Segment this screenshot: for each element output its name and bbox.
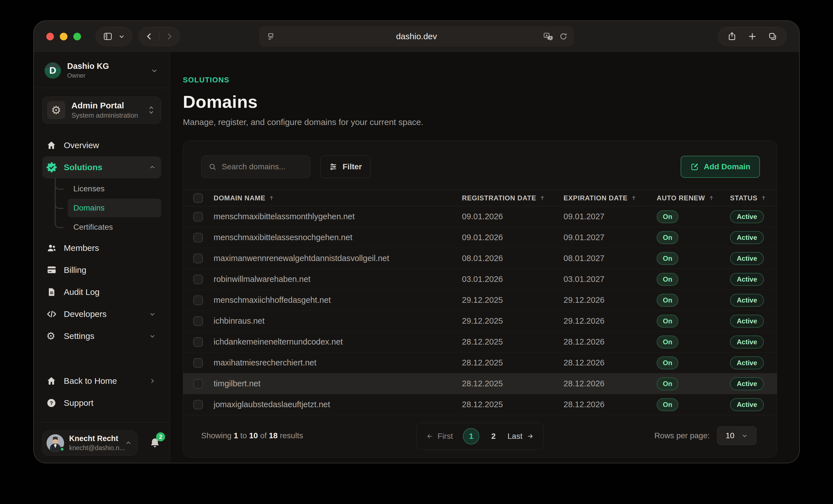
close-window-button[interactable] <box>46 33 54 40</box>
sidebar-subitem-domains[interactable]: Domains <box>55 199 161 217</box>
table-row[interactable]: robinwillmalwarehaben.net 03.01.2026 03.… <box>183 269 777 290</box>
sidebar-item-members[interactable]: Members <box>42 237 161 259</box>
sidebar-item-support[interactable]: ? Support <box>42 392 161 414</box>
sidebar-item-back-to-home[interactable]: Back to Home <box>42 370 161 392</box>
column-header-expiration-date[interactable]: EXPIRATION DATE <box>564 194 657 202</box>
document-icon <box>46 287 57 297</box>
sidebar-item-settings[interactable]: ⚙ Settings <box>42 325 161 347</box>
auto-renew-badge: On <box>657 231 679 244</box>
table-row[interactable]: timgilbert.net 28.12.2025 28.12.2026 On … <box>183 373 777 394</box>
rows-per-page-label: Rows per page: <box>654 431 710 440</box>
last-page-button[interactable]: Last <box>508 432 534 441</box>
zoom-window-button[interactable] <box>73 33 81 40</box>
chevron-right-icon <box>149 377 156 385</box>
expiration-date-cell: 09.01.2027 <box>564 212 657 221</box>
registration-date-cell: 29.12.2025 <box>462 295 564 305</box>
sidebar-item-billing[interactable]: Billing <box>42 259 161 281</box>
org-avatar: D <box>45 62 61 79</box>
badge-check-icon <box>46 162 57 173</box>
row-checkbox[interactable] <box>193 233 203 242</box>
search-input[interactable]: Search domains... <box>201 155 310 178</box>
org-switcher[interactable]: D Dashio KG Owner <box>34 60 170 88</box>
table-row[interactable]: menschmaxiichhoffedasgeht.net 29.12.2025… <box>183 290 777 311</box>
expiration-date-cell: 09.01.2027 <box>564 233 657 242</box>
row-checkbox[interactable] <box>193 274 203 284</box>
portal-name: Admin Portal <box>71 101 138 110</box>
row-checkbox[interactable] <box>193 400 203 409</box>
share-icon[interactable] <box>727 32 737 41</box>
sidebar-subitem-licenses[interactable]: Licenses <box>55 181 161 197</box>
auto-renew-badge: On <box>657 356 679 369</box>
table-row[interactable]: ichdankemeinenelternundcodex.net 28.12.2… <box>183 332 777 353</box>
row-checkbox[interactable] <box>193 316 203 326</box>
chevron-down-icon <box>741 432 748 439</box>
column-header-auto-renew[interactable]: AUTO RENEW <box>657 194 730 202</box>
notifications-button[interactable]: 2 <box>149 437 161 449</box>
traffic-lights <box>46 33 81 40</box>
row-checkbox[interactable] <box>193 379 203 389</box>
expiration-date-cell: 29.12.2026 <box>564 295 657 305</box>
credit-card-icon <box>46 265 57 275</box>
portal-selector[interactable]: ⚙ Admin Portal System administration <box>42 97 161 124</box>
reload-icon[interactable] <box>559 32 568 41</box>
domain-name-cell: menschmaxibittelassmonthlygehen.net <box>214 212 462 221</box>
minimize-window-button[interactable] <box>60 33 67 40</box>
page-title: Domains <box>183 92 777 112</box>
reader-view-icon[interactable] <box>267 32 275 41</box>
sidebar-toggle-button[interactable] <box>96 27 132 46</box>
domain-name-cell: ichdankemeinenelternundcodex.net <box>214 337 462 346</box>
row-checkbox[interactable] <box>193 295 203 305</box>
expiration-date-cell: 28.12.2026 <box>564 400 657 409</box>
registration-date-cell: 09.01.2026 <box>462 233 564 242</box>
sidebar-item-overview[interactable]: Overview <box>42 134 161 156</box>
sort-arrow-icon <box>630 195 637 201</box>
select-all-checkbox[interactable] <box>193 193 203 203</box>
column-header-domain-name[interactable]: DOMAIN NAME <box>214 194 462 202</box>
status-badge: Active <box>730 210 764 223</box>
domain-name-cell: maximanwennrenewalgehtdannistdasvollgeil… <box>214 254 462 263</box>
translate-icon[interactable]: A x̄ <box>544 32 554 41</box>
auto-renew-badge: On <box>657 315 679 328</box>
row-checkbox[interactable] <box>193 212 203 221</box>
domain-name-cell: menschmaxiichhoffedasgeht.net <box>214 295 462 305</box>
address-bar[interactable]: dashio.dev A x̄ <box>259 26 574 47</box>
table-row[interactable]: ichbinraus.net 29.12.2025 29.12.2026 On … <box>183 311 777 332</box>
registration-date-cell: 28.12.2025 <box>462 337 564 346</box>
row-checkbox[interactable] <box>193 254 203 263</box>
breadcrumb-eyebrow: SOLUTIONS <box>183 76 777 85</box>
column-header-registration-date[interactable]: REGISTRATION DATE <box>462 194 564 202</box>
sidebar-item-developers[interactable]: Developers <box>42 303 161 325</box>
row-checkbox[interactable] <box>193 358 203 368</box>
new-tab-icon[interactable] <box>747 32 757 41</box>
filter-button[interactable]: Filter <box>320 155 371 178</box>
table-row[interactable]: menschmaxibittelassmonthlygehen.net 09.0… <box>183 206 777 227</box>
results-summary: Showing 1 to 10 of 18 results <box>201 431 303 440</box>
table-row[interactable]: jomaxiglaubstedaslaeuftjetzt.net 28.12.2… <box>183 394 777 415</box>
table-row[interactable]: menschmaxibittelassesnochgehen.net 09.01… <box>183 227 777 248</box>
sidebar-item-solutions[interactable]: Solutions <box>42 156 161 178</box>
avatar <box>47 434 64 452</box>
rows-per-page-select[interactable]: 10 <box>717 426 757 445</box>
sidebar-subitem-certificates[interactable]: Certificates <box>55 219 161 235</box>
domain-name-cell: ichbinraus.net <box>214 316 462 326</box>
forward-button[interactable] <box>165 32 174 41</box>
table-row[interactable]: maximanwennrenewalgehtdannistdasvollgeil… <box>183 248 777 269</box>
search-placeholder: Search domains... <box>222 162 286 171</box>
user-menu[interactable]: Knecht Recht knecht@dashio.n... <box>42 431 137 455</box>
row-checkbox[interactable] <box>193 337 203 347</box>
expiration-date-cell: 28.12.2026 <box>564 337 657 346</box>
online-status-dot <box>60 447 65 452</box>
svg-text:x̄: x̄ <box>550 37 551 40</box>
back-button[interactable] <box>144 32 154 41</box>
table-row[interactable]: maxihatmiesrecherchiert.net 28.12.2025 2… <box>183 353 777 373</box>
page-button-2[interactable]: 2 <box>490 432 498 441</box>
sidebar-item-audit-log[interactable]: Audit Log <box>42 281 161 303</box>
add-domain-button[interactable]: Add Domain <box>681 156 760 178</box>
page-button-1[interactable]: 1 <box>463 428 479 445</box>
first-page-button[interactable]: First <box>426 432 453 441</box>
expiration-date-cell: 03.01.2027 <box>564 274 657 284</box>
tab-overview-icon[interactable] <box>768 32 778 41</box>
auto-renew-badge: On <box>657 210 679 223</box>
help-circle-icon: ? <box>46 398 57 408</box>
column-header-status[interactable]: STATUS <box>730 194 777 202</box>
